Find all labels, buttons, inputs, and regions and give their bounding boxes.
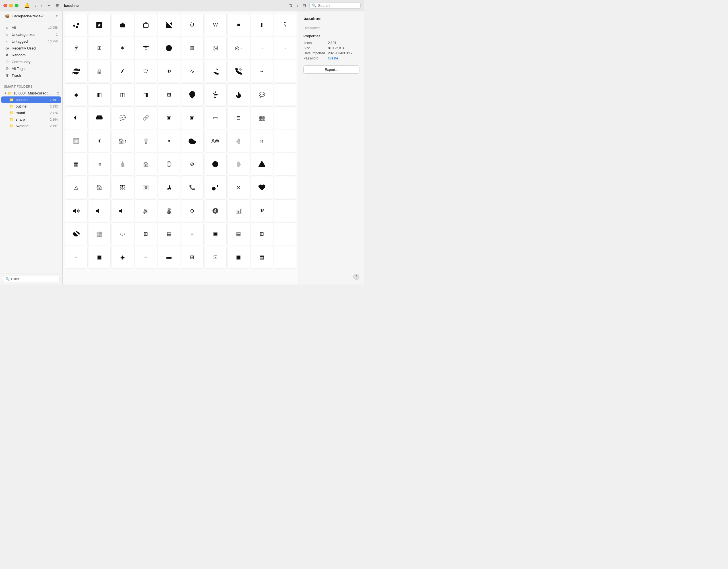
export-button[interactable]: Export... <box>303 65 359 74</box>
icon-auto-write[interactable]: AW <box>204 130 227 152</box>
icon-smartwatch[interactable]: ⌚ <box>158 153 180 176</box>
search-bar[interactable]: 🔍 <box>309 3 361 9</box>
sidebar-app-title[interactable]: 📦 Eaglepack-Preview ▾ <box>1 13 61 19</box>
icon-view-day[interactable]: ▤ <box>227 222 250 245</box>
icon-restroom[interactable]: 👥 <box>251 106 273 129</box>
icon-projector[interactable]: 💡 <box>135 130 157 152</box>
icon-x-blank[interactable] <box>274 83 296 106</box>
parent-folder-item[interactable]: ▾ 📁 10,000+ Must-collect ... 2 <box>0 90 62 96</box>
icon-sofa[interactable] <box>88 106 111 129</box>
icon-wechat[interactable]: 💬 <box>111 106 134 129</box>
icon-panel-left[interactable]: ◧ <box>88 83 111 106</box>
filter-sort-button[interactable]: ↕ <box>296 2 300 9</box>
icon-image-search[interactable]: 🖼 <box>111 176 134 199</box>
icon-hand-water[interactable]: ✋ <box>227 153 250 176</box>
icon-target[interactable] <box>158 37 180 60</box>
icon-view-list[interactable]: ≡ <box>181 222 204 245</box>
icon-wifi-x[interactable]: ~ <box>274 37 296 60</box>
icon-wine-glass[interactable]: 🍷 <box>65 37 88 60</box>
icon-wifi-lock[interactable]: 🔒 <box>88 60 111 83</box>
icon-pin-map[interactable] <box>181 83 204 106</box>
icon-cloud[interactable] <box>181 130 204 152</box>
password-create-link[interactable]: Create <box>328 56 359 60</box>
icon-badge-star[interactable] <box>88 14 111 36</box>
icon-camera-off[interactable] <box>158 14 180 36</box>
icon-dots-3[interactable] <box>65 14 88 36</box>
icon-volcano[interactable]: 🌋 <box>158 199 180 222</box>
icon-briefcase-outline[interactable] <box>135 14 157 36</box>
icon-bar-chart[interactable]: 📊 <box>227 199 250 222</box>
icon-water-drop[interactable]: 💧 <box>111 153 134 176</box>
filter-input-wrap[interactable]: 🔍 <box>3 276 59 282</box>
sidebar-item-recently-used[interactable]: ◷ Recently Used <box>1 45 61 51</box>
icon-warning[interactable] <box>251 153 273 176</box>
icon-table-alt[interactable]: ▣ <box>227 246 250 268</box>
icon-wave-hand[interactable]: 🤚 <box>227 130 250 152</box>
icon-dashboard[interactable]: ▣ <box>158 106 180 129</box>
icon-layout-bar[interactable]: ▬ <box>158 246 180 268</box>
minimize-button[interactable] <box>9 4 13 7</box>
icon-panel-right[interactable]: ◨ <box>135 83 157 106</box>
icon-wifi-half[interactable]: ~ <box>251 60 273 83</box>
icon-volume-up[interactable] <box>65 199 88 222</box>
icon-camera-time[interactable]: ⏱ <box>181 14 204 36</box>
help-button[interactable]: ? <box>353 274 359 280</box>
icon-rectangle[interactable]: ▭ <box>204 106 227 129</box>
icon-volume-left[interactable] <box>111 199 134 222</box>
icon-eye-scan[interactable]: 👁 <box>158 60 180 83</box>
icon-ar-box[interactable]: ◉ <box>111 246 134 268</box>
icon-book-open[interactable]: ▣ <box>181 106 204 129</box>
icon-x-blank7[interactable] <box>274 222 296 245</box>
icon-list-lines[interactable]: ≡ <box>135 246 157 268</box>
icon-phone-ring[interactable] <box>227 60 250 83</box>
icon-view-compact[interactable]: ⊞ <box>251 222 273 245</box>
icon-accessible[interactable] <box>204 83 227 106</box>
sidebar-item-all-tags[interactable]: ⊕ All Tags <box>1 65 61 72</box>
sidebar-subfolder-outline[interactable]: 📁 outline 2,233 <box>1 103 61 109</box>
icon-waves[interactable]: ≋ <box>251 130 273 152</box>
close-button[interactable] <box>3 4 7 7</box>
icon-grid-4[interactable]: ⊞ <box>88 37 111 60</box>
filter-input[interactable] <box>11 277 57 281</box>
icon-table[interactable]: ▣ <box>88 246 111 268</box>
icon-voicemail[interactable]: ⊙ <box>181 199 204 222</box>
filter-button[interactable]: ⊟ <box>302 2 307 9</box>
sidebar-item-trash[interactable]: 🗑 Trash <box>1 72 61 79</box>
icon-fire[interactable] <box>227 83 250 106</box>
icon-water-waves[interactable]: ≋ <box>88 153 111 176</box>
search-input[interactable] <box>318 3 352 8</box>
icon-clock[interactable] <box>204 153 227 176</box>
icon-home-smart[interactable]: 🏠 <box>135 153 157 176</box>
icon-office[interactable]: 🏢 <box>88 222 111 245</box>
sidebar-subfolder-twotone[interactable]: 📁 twotone 2,191 <box>1 123 61 129</box>
sidebar-subfolder-baseline[interactable]: 📁 baseline 2,191 <box>1 96 61 103</box>
icon-home-upload[interactable]: 🏠↑ <box>111 130 134 152</box>
icon-sparkle[interactable]: ✦ <box>158 130 180 152</box>
icon-columns-3[interactable]: ⊞ <box>135 222 157 245</box>
icon-view-quarter[interactable]: ▣ <box>204 222 227 245</box>
icon-view-column[interactable]: ▤ <box>158 222 180 245</box>
icon-warning-triangle[interactable]: △ <box>65 176 88 199</box>
icon-key[interactable] <box>204 176 227 199</box>
icon-mountains[interactable]: ∿ <box>181 60 204 83</box>
icon-oval[interactable]: ⬭ <box>111 222 134 245</box>
icon-person-up[interactable]: ⬆ <box>251 14 273 36</box>
icon-x-blank8[interactable] <box>274 246 296 268</box>
icon-wordpress[interactable]: W <box>204 14 227 36</box>
icon-signal-empty[interactable] <box>274 60 296 83</box>
sidebar-item-random[interactable]: ✕ Random <box>1 51 61 58</box>
icon-webhook[interactable]: 🔗 <box>135 106 157 129</box>
icon-volume-mute[interactable] <box>88 199 111 222</box>
icon-sunrise[interactable]: 🌅 <box>65 130 88 152</box>
icon-extension[interactable]: ⊞ <box>158 83 180 106</box>
icon-sync-off[interactable]: ⊘ <box>181 153 204 176</box>
icon-phone-locked[interactable]: 📞 <box>181 176 204 199</box>
icon-layout-tl[interactable]: ▤ <box>251 246 273 268</box>
icon-x-blank4[interactable] <box>274 153 296 176</box>
icon-wifi-protect[interactable]: 🛡 <box>135 60 157 83</box>
icon-brush-off[interactable]: ⊘ <box>227 176 250 199</box>
icon-signal-on[interactable]: ◎! <box>204 37 227 60</box>
icon-x-blank2[interactable] <box>274 106 296 129</box>
icon-eye-off[interactable] <box>65 222 88 245</box>
icon-browser-off[interactable]: ⊟ <box>227 106 250 129</box>
